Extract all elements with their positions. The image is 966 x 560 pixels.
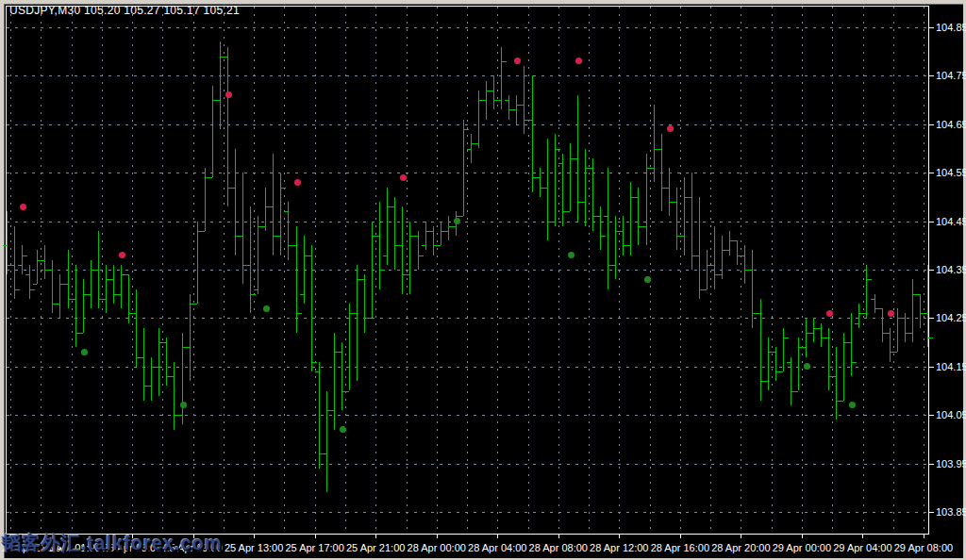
open-tick [330,410,334,411]
ohlc-bar [37,250,38,284]
close-tick [784,338,789,338]
open-tick [162,342,166,343]
ohlc-bar [258,216,258,293]
open-tick [345,391,349,392]
ohlc-bar [600,206,601,250]
open-tick [490,91,493,91]
close-tick [30,289,35,290]
open-tick [589,168,592,169]
open-tick [459,216,463,217]
price-axis-tick [929,415,934,416]
chart-symbol-title: USDJPY,M30 105.20 105.27 105.17 105.21 [9,4,240,17]
price-axis-label: 104.45 [936,217,966,227]
open-tick [231,188,235,189]
ohlc-bar [288,202,289,260]
ohlc-bar [684,177,685,255]
time-axis-label: 29 Apr 08:00 [894,542,953,553]
open-tick [665,188,669,189]
ohlc-bar [304,236,305,304]
ohlc-bar [174,362,175,430]
ohlc-bar [341,342,342,410]
ohlc-bar [798,338,799,391]
open-tick [109,279,113,280]
ohlc-bar [912,279,913,342]
price-axis-tick [929,270,934,271]
ohlc-bar [608,168,608,289]
close-tick [15,289,20,290]
mt4-chart-window: 104.85104.75104.65104.55104.45104.35104.… [0,0,966,560]
ohlc-bar [128,274,129,322]
ohlc-bar [190,294,191,382]
open-tick [497,100,501,101]
ohlc-bar [508,95,509,120]
close-tick [464,129,469,130]
open-tick [725,250,729,251]
ohlc-bar [334,333,335,430]
ohlc-bar [311,245,312,371]
ohlc-bar [227,47,228,207]
time-axis-tick [558,535,559,538]
open-tick [72,299,75,300]
open-tick [574,158,577,159]
ohlc-bar [418,231,419,270]
price-axis-label: 104.85 [936,23,966,33]
open-tick [604,216,608,217]
open-tick [25,274,29,275]
price-axis-tick [929,173,934,173]
open-tick [261,226,265,227]
open-tick [757,313,760,314]
price-axis-label: 103.95 [936,459,966,469]
open-tick [375,236,379,237]
time-axis-label: 28 Apr 12:00 [590,542,648,553]
price-axis-tick [929,27,934,28]
price-axis-tick [929,464,934,465]
open-tick [916,294,920,295]
open-tick [642,226,646,227]
open-tick [48,270,52,271]
open-tick [186,347,190,348]
open-tick [147,386,151,387]
time-axis-tick [254,535,255,538]
open-tick [619,231,623,232]
ohlc-bar [707,250,708,288]
ohlc-bar [478,91,479,149]
open-tick [414,236,418,237]
time-axis-label: 28 Apr 08:00 [529,542,588,553]
open-tick [733,240,737,241]
open-tick [748,270,752,271]
ohlc-bar [486,81,487,120]
sell-signal-dot [826,310,833,317]
open-tick [193,304,197,305]
open-tick [688,197,691,198]
ohlc-bar [394,197,395,270]
open-tick [566,211,570,212]
price-axis-label: 104.15 [936,362,966,372]
buy-signal-dot [81,349,88,355]
ohlc-bar [699,197,700,299]
open-tick [741,255,744,256]
ohlc-bar [768,338,769,391]
ohlc-bar [851,313,852,376]
ohlc-bar [570,143,571,211]
price-axis-tick [929,367,934,368]
ohlc-bar [669,168,670,216]
buy-signal-dot [263,305,270,312]
open-tick [847,342,851,343]
chart-plot-area[interactable] [6,6,929,535]
close-tick [23,255,27,256]
ohlc-bar [235,149,236,255]
sell-signal-dot [20,204,26,210]
open-tick [125,274,128,275]
ohlc-bar [920,294,921,328]
open-tick [809,333,813,334]
ohlc-bar [29,265,30,299]
time-axis-label: 28 Apr 00:00 [408,542,466,553]
ohlc-bar [83,279,84,333]
ohlc-bar [516,95,517,124]
ohlc-bar [737,240,738,265]
open-tick [117,294,121,295]
time-axis-tick [680,535,681,538]
open-tick [292,245,296,246]
time-axis-tick [437,535,438,538]
open-tick [718,274,722,275]
